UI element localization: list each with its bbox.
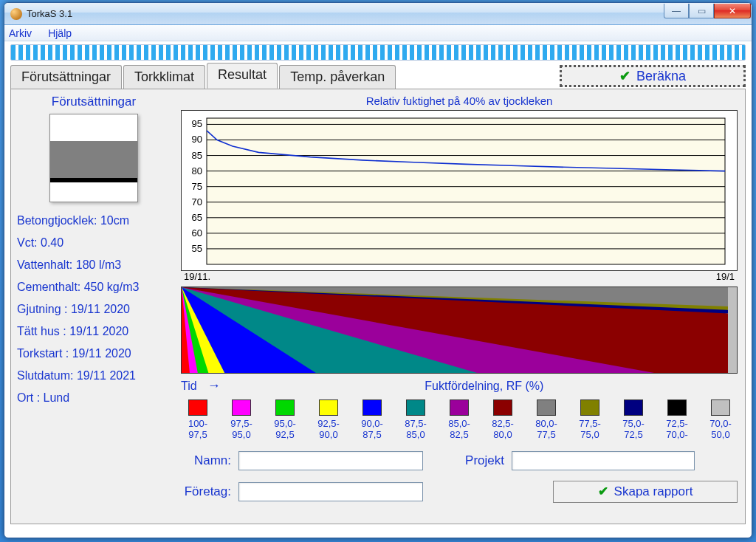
legend-item-5: 87,5-85,0 — [399, 399, 433, 441]
legend-label: 95,0-92,5 — [268, 419, 302, 441]
legend-label: 87,5-85,0 — [399, 419, 433, 441]
legend-item-8: 80,0-77,5 — [529, 399, 563, 441]
svg-text:70: 70 — [192, 196, 202, 207]
menu-file[interactable]: Arkiv — [9, 27, 32, 39]
legend-label: 77,5-75,0 — [573, 419, 607, 441]
check-icon: ✔ — [619, 68, 630, 84]
legend-swatch — [580, 399, 599, 416]
info-cement: Cementhalt: 450 kg/m3 — [17, 281, 171, 294]
legend-label: 92,5-90,0 — [312, 419, 346, 441]
tab-resultat[interactable]: Resultat — [207, 63, 278, 89]
info-ort: Ort : Lund — [17, 391, 171, 405]
titlebar: TorkaS 3.1 — ▭ ✕ — [4, 3, 752, 25]
progress-bar — [10, 44, 746, 61]
info-drystart: Torkstart : 19/11 2020 — [17, 347, 171, 360]
create-report-button[interactable]: ✔ Skapa rapport — [553, 481, 738, 503]
chart-title: Relativ fuktighet på 40% av tjockleken — [181, 95, 738, 107]
legend-label: 80,0-77,5 — [529, 419, 563, 441]
legend: 100-97,597,5-95,095,0-92,592,5-90,090,0-… — [181, 399, 738, 441]
legend-swatch — [450, 399, 469, 416]
info-tight: Tätt hus : 19/11 2020 — [17, 325, 171, 338]
info-enddate: Slutdatum: 19/11 2021 — [17, 369, 171, 383]
name-label: Namn: — [181, 453, 231, 468]
main-area: Relativ fuktighet på 40% av tjockleken 5… — [176, 89, 745, 524]
heatmap — [181, 287, 738, 374]
tabbar: Förutsättningar Torkklimat Resultat Temp… — [10, 64, 746, 89]
info-water: Vattenhalt: 180 l/m3 — [17, 258, 171, 272]
close-button[interactable]: ✕ — [714, 4, 751, 18]
svg-text:65: 65 — [192, 212, 202, 223]
slab-preview — [49, 114, 138, 202]
menubar: Arkiv Hjälp — [4, 25, 752, 41]
legend-item-9: 77,5-75,0 — [573, 399, 607, 441]
svg-text:90: 90 — [192, 134, 202, 145]
info-thickness: Betongtjocklek: 10cm — [17, 214, 171, 227]
line-chart: 556065707580859095 — [181, 110, 738, 271]
legend-swatch — [493, 399, 512, 416]
project-input[interactable] — [512, 451, 695, 470]
legend-swatch — [667, 399, 687, 416]
company-input[interactable] — [238, 482, 423, 501]
menu-help[interactable]: Hjälp — [48, 27, 72, 39]
calculate-button[interactable]: ✔ Beräkna — [560, 65, 746, 87]
legend-item-1: 97,5-95,0 — [224, 399, 258, 441]
project-label: Projekt — [460, 453, 504, 468]
legend-item-7: 82,5-80,0 — [486, 399, 520, 441]
tab-torkklimat[interactable]: Torkklimat — [123, 65, 205, 89]
legend-swatch — [624, 399, 643, 416]
heatmap-title: Fuktfördelning, RF (%) — [231, 380, 738, 393]
legend-item-4: 90,0-87,5 — [355, 399, 389, 441]
legend-label: 100-97,5 — [181, 419, 215, 441]
name-input[interactable] — [238, 451, 423, 470]
legend-item-0: 100-97,5 — [181, 399, 215, 441]
heatmap-svg — [182, 287, 728, 374]
legend-item-10: 75,0-72,5 — [616, 399, 650, 441]
line-chart-svg: 556065707580859095 — [182, 111, 728, 270]
slab-concrete-layer — [50, 141, 137, 178]
tab-temp-paverkan[interactable]: Temp. påverkan — [279, 65, 396, 89]
legend-swatch — [406, 399, 425, 416]
legend-item-3: 92,5-90,0 — [312, 399, 346, 441]
sidebar: Förutsättningar Betongtjocklek: 10cm Vct… — [11, 89, 176, 524]
svg-text:95: 95 — [192, 118, 202, 129]
window-title: TorkaS 3.1 — [27, 8, 664, 19]
legend-label: 70,0-50,0 — [704, 419, 738, 441]
legend-swatch — [319, 399, 338, 416]
svg-text:80: 80 — [192, 165, 202, 176]
slab-barrier-layer — [50, 178, 137, 182]
arrow-right-icon: → — [207, 378, 221, 394]
svg-text:60: 60 — [192, 227, 202, 239]
legend-label: 97,5-95,0 — [224, 419, 258, 441]
info-vct: Vct: 0.40 — [17, 236, 171, 250]
legend-swatch — [275, 399, 295, 416]
minimize-button[interactable]: — — [664, 4, 689, 18]
legend-swatch — [362, 399, 382, 416]
legend-swatch — [188, 399, 207, 416]
legend-swatch — [711, 399, 730, 416]
svg-text:75: 75 — [192, 181, 202, 192]
x-start-label: 19/11. — [184, 271, 210, 282]
tid-label: Tid — [181, 380, 197, 393]
app-icon — [10, 8, 22, 20]
tab-forutsattningar[interactable]: Förutsättningar — [10, 65, 122, 89]
legend-item-12: 70,0-50,0 — [704, 399, 738, 441]
svg-text:55: 55 — [192, 243, 202, 254]
legend-label: 90,0-87,5 — [355, 419, 389, 441]
company-label: Företag: — [181, 484, 231, 499]
legend-label: 82,5-80,0 — [486, 419, 520, 441]
legend-swatch — [537, 399, 556, 416]
legend-label: 75,0-72,5 — [616, 419, 650, 441]
svg-text:85: 85 — [192, 150, 202, 161]
result-panel: Förutsättningar Betongtjocklek: 10cm Vct… — [10, 89, 746, 524]
legend-item-11: 72,5-70,0- — [660, 399, 694, 441]
x-end-label: 19/1 — [716, 271, 735, 282]
calculate-label: Beräkna — [636, 69, 686, 84]
legend-swatch — [232, 399, 251, 416]
info-casting: Gjutning : 19/11 2020 — [17, 303, 171, 316]
legend-item-2: 95,0-92,5 — [268, 399, 302, 441]
maximize-button[interactable]: ▭ — [689, 4, 714, 18]
legend-label: 85,0-82,5 — [442, 419, 476, 441]
legend-label: 72,5-70,0- — [660, 419, 694, 441]
create-report-label: Skapa rapport — [614, 484, 693, 499]
check-icon: ✔ — [598, 484, 608, 499]
